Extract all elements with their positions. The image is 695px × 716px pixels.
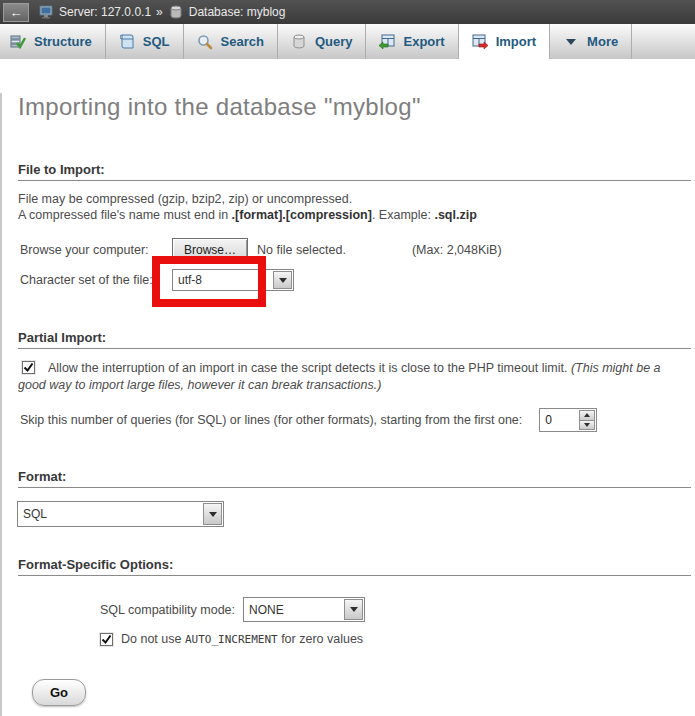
allow-interruption-checkbox[interactable] <box>22 361 35 374</box>
no-file-selected-text: No file selected. <box>257 243 346 257</box>
select-arrow-icon[interactable] <box>203 503 222 525</box>
tab-sql[interactable]: SQL <box>106 24 184 59</box>
check-icon <box>101 634 112 645</box>
charset-label: Character set of the file: <box>20 273 172 287</box>
main-content: Importing into the database "myblog" Fil… <box>0 93 695 716</box>
skip-queries-input[interactable]: 0 <box>539 408 597 432</box>
sql-icon <box>119 34 135 50</box>
tab-import[interactable]: Import <box>459 24 550 59</box>
select-arrow-icon[interactable] <box>344 599 363 620</box>
browse-label: Browse your computer: <box>20 243 172 257</box>
charset-select-value: utf-8 <box>173 270 272 290</box>
section-heading-partial-import: Partial Import: <box>18 330 691 349</box>
allow-interruption-row: Allow the interruption of an import in c… <box>18 360 679 394</box>
format-select[interactable]: SQL <box>17 501 224 527</box>
tab-structure[interactable]: Structure <box>0 24 106 59</box>
page-title: Importing into the database "myblog" <box>18 93 695 121</box>
section-heading-format: Format: <box>18 469 691 488</box>
tab-label: Export <box>403 34 444 49</box>
skip-queries-label: Skip this number of queries (for SQL) or… <box>20 413 522 427</box>
spinner-up-button[interactable] <box>579 410 595 421</box>
max-size-note: (Max: 2,048KiB) <box>412 243 502 257</box>
tab-more[interactable]: More <box>550 24 632 59</box>
format-select-value: SQL <box>18 502 202 526</box>
allow-interruption-label: Allow the interruption of an import in c… <box>48 361 571 375</box>
skip-queries-row: Skip this number of queries (for SQL) or… <box>20 408 695 432</box>
select-arrow-icon[interactable] <box>273 271 292 289</box>
import-icon <box>472 34 488 50</box>
back-button[interactable]: ← <box>3 3 29 22</box>
charset-row: Character set of the file: utf-8 <box>20 269 695 291</box>
breadcrumb-database[interactable]: Database: myblog <box>189 5 286 19</box>
server-icon <box>38 4 54 20</box>
skip-queries-value: 0 <box>540 409 578 431</box>
sql-compatibility-select[interactable]: NONE <box>243 597 365 622</box>
sql-compatibility-label: SQL compatibility mode: <box>100 603 235 617</box>
spinner-down-button[interactable] <box>579 421 595 431</box>
tab-label: Structure <box>34 34 92 49</box>
check-icon <box>23 362 34 373</box>
search-icon <box>197 34 213 50</box>
query-icon <box>291 34 307 50</box>
database-icon <box>168 4 184 20</box>
browse-row: Browse your computer: Browse… No file se… <box>20 238 695 262</box>
breadcrumb-server[interactable]: Server: 127.0.0.1 <box>59 5 151 19</box>
zero-values-row: Do not use AUTO_INCREMENT for zero value… <box>100 632 695 646</box>
go-button[interactable]: Go <box>32 679 86 706</box>
zero-values-checkbox[interactable] <box>100 633 113 646</box>
tab-query[interactable]: Query <box>278 24 367 59</box>
sql-compatibility-value: NONE <box>244 598 343 621</box>
charset-select[interactable]: utf-8 <box>172 269 294 291</box>
breadcrumb-separator: » <box>156 5 163 19</box>
tab-label: Import <box>496 34 536 49</box>
tab-export[interactable]: Export <box>366 24 458 59</box>
structure-icon <box>10 34 26 50</box>
tab-label: Query <box>315 34 353 49</box>
tab-label: More <box>587 34 618 49</box>
breadcrumb-bar: ← Server: 127.0.0.1 » Database: myblog <box>0 0 695 24</box>
tab-search[interactable]: Search <box>184 24 278 59</box>
compression-note: File may be compressed (gzip, bzip2, zip… <box>18 191 691 223</box>
export-icon <box>379 34 395 50</box>
tab-label: Search <box>221 34 264 49</box>
section-heading-file-to-import: File to Import: <box>18 162 691 181</box>
breadcrumb: Server: 127.0.0.1 » Database: myblog <box>38 4 285 20</box>
tab-strip: Structure SQL Search Query <box>0 24 695 59</box>
section-heading-format-options: Format-Specific Options: <box>18 557 691 576</box>
browse-button[interactable]: Browse… <box>172 238 248 262</box>
zero-values-label: Do not use AUTO_INCREMENT for zero value… <box>121 632 363 646</box>
chevron-down-icon <box>563 34 579 50</box>
tab-label: SQL <box>143 34 170 49</box>
sql-compatibility-row: SQL compatibility mode: NONE <box>100 597 695 622</box>
